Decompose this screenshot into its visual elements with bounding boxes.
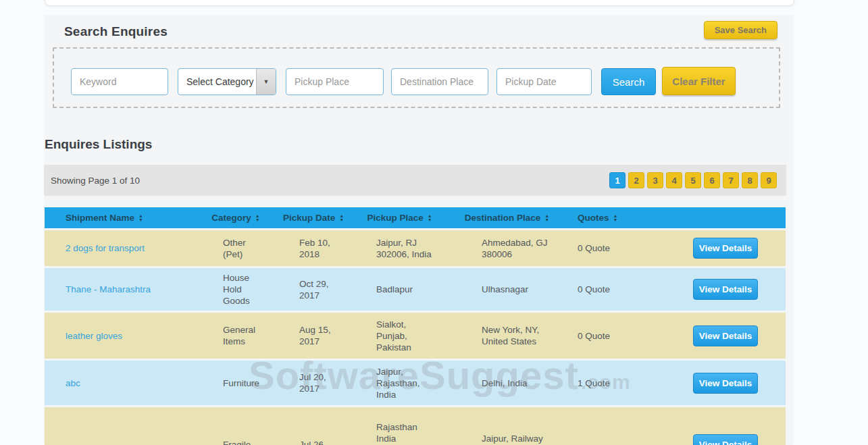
category-select[interactable]: Select Category ▼ — [178, 68, 276, 95]
destination-place-cell: Ahmedabad, GJ 380006 — [448, 230, 566, 266]
shipment-name-link[interactable]: leather gloves — [66, 330, 122, 342]
pickup-place-cell: Jaipur, Rajasthan, India — [351, 361, 448, 405]
header-shipment-name[interactable]: Shipment Name — [45, 207, 196, 228]
table-row: Fragile Jul 26, Rajasthan India Holidays… — [45, 407, 786, 445]
destination-place-cell: New York, NY, United States — [448, 313, 566, 359]
page-button-6[interactable]: 6 — [704, 172, 720, 188]
save-search-button[interactable]: Save Search — [704, 21, 777, 39]
dropdown-caret-icon: ▼ — [256, 69, 276, 95]
header-label: Shipment Name — [66, 213, 134, 223]
pickup-date-input[interactable] — [496, 68, 592, 95]
header-label: Category — [211, 213, 251, 223]
search-filter-box: Select Category ▼ Search Clear Filter — [53, 47, 780, 108]
header-pickup-date[interactable]: Pickup Date — [276, 207, 351, 228]
pickup-place-cell: Sialkot, Punjab, Pakistan — [351, 313, 448, 359]
sort-icon — [428, 214, 432, 222]
keyword-input[interactable] — [71, 68, 168, 95]
clear-filter-button[interactable]: Clear Filter — [662, 67, 736, 95]
previous-card-bottom-edge — [45, 0, 794, 6]
sort-icon — [138, 214, 143, 222]
page-button-2[interactable]: 2 — [628, 172, 644, 188]
shipment-name-link[interactable]: abc — [66, 377, 80, 389]
page-button-7[interactable]: 7 — [723, 172, 739, 188]
view-details-button[interactable]: View Details — [693, 373, 758, 394]
header-label: Pickup Date — [283, 213, 335, 223]
sort-icon — [544, 214, 549, 222]
table-body: 2 dogs for transport Other (Pet) Feb 10,… — [45, 230, 786, 445]
page-status-text: Showing Page 1 of 10 — [51, 176, 140, 186]
view-details-button[interactable]: View Details — [693, 325, 758, 346]
header-category[interactable]: Category — [196, 207, 276, 228]
destination-place-cell: Delhi, India — [448, 361, 566, 405]
pickup-date-cell: Aug 15, 2017 — [276, 313, 351, 359]
content-panel: Search Enquires Save Search Select Categ… — [44, 15, 794, 445]
quotes-cell: 0 Quote — [566, 268, 665, 311]
quotes-cell: 0 Quote — [566, 230, 665, 266]
table-header-row: Shipment Name Category Pickup Date Picku… — [45, 207, 786, 228]
page-button-8[interactable]: 8 — [742, 172, 758, 188]
pickup-place-cell: Badlapur — [351, 268, 448, 311]
table-row: 2 dogs for transport Other (Pet) Feb 10,… — [45, 230, 786, 266]
header-label: Destination Place — [465, 213, 541, 223]
view-details-button[interactable]: View Details — [693, 434, 758, 445]
pickup-place-input[interactable] — [286, 68, 384, 95]
category-cell: General Items — [196, 313, 276, 359]
sort-icon — [613, 214, 618, 222]
shipment-name-link[interactable]: 2 dogs for transport — [66, 242, 145, 254]
page-button-3[interactable]: 3 — [647, 172, 663, 188]
header-label: Pickup Place — [367, 213, 423, 223]
page-button-9[interactable]: 9 — [761, 172, 777, 188]
page-button-5[interactable]: 5 — [685, 172, 701, 188]
sort-icon — [255, 214, 260, 222]
enquiries-table: Shipment Name Category Pickup Date Picku… — [45, 207, 786, 445]
destination-place-cell: Ulhasnagar — [448, 268, 566, 311]
search-section-title: Search Enquires — [64, 24, 168, 39]
header-quotes[interactable]: Quotes — [566, 207, 665, 228]
header-actions — [665, 207, 786, 228]
pagination-buttons: 1 2 3 4 5 6 7 8 9 — [609, 172, 777, 188]
view-details-button[interactable]: View Details — [693, 279, 758, 300]
shipment-name-link[interactable]: Thane - Maharashtra — [66, 284, 151, 295]
pickup-date-cell: Jul 20, 2017 — [276, 361, 351, 405]
header-pickup-place[interactable]: Pickup Place — [351, 207, 448, 228]
pickup-date-cell: Oct 29, 2017 — [276, 268, 351, 311]
page-button-4[interactable]: 4 — [666, 172, 682, 188]
pickup-date-cell: Feb 10, 2018 — [276, 230, 351, 266]
table-row: Thane - Maharashtra House Hold Goods Oct… — [45, 268, 786, 311]
destination-place-input[interactable] — [391, 68, 488, 95]
sort-icon — [339, 214, 344, 222]
category-select-value: Select Category — [178, 76, 256, 87]
category-cell: Furniture — [196, 361, 276, 405]
search-button[interactable]: Search — [601, 68, 656, 95]
pagination-bar: Showing Page 1 of 10 1 2 3 4 5 6 7 8 9 — [44, 165, 786, 196]
table-row: leather gloves General Items Aug 15, 201… — [45, 313, 786, 359]
listings-section-title: Enquires Listings — [45, 137, 152, 152]
pickup-place-cell: Jaipur, RJ 302006, India — [351, 230, 448, 266]
quotes-cell: 0 Quote — [566, 313, 665, 359]
destination-place-cell: Jaipur, Railway Station Road — [448, 407, 566, 445]
pickup-place-cell: Rajasthan India Holidays, Tilak Nagar — [351, 407, 448, 445]
quotes-cell: 1 Quote — [566, 361, 665, 405]
header-destination-place[interactable]: Destination Place — [448, 207, 566, 228]
page-button-1[interactable]: 1 — [609, 172, 626, 188]
quotes-cell — [566, 407, 665, 445]
table-row: abc Furniture Jul 20, 2017 Jaipur, Rajas… — [45, 361, 786, 405]
category-cell: Fragile — [196, 407, 276, 445]
pickup-date-cell: Jul 26, — [276, 407, 351, 445]
view-details-button[interactable]: View Details — [693, 238, 758, 259]
header-label: Quotes — [578, 213, 609, 223]
category-cell: House Hold Goods — [196, 268, 276, 311]
category-cell: Other (Pet) — [196, 230, 276, 266]
